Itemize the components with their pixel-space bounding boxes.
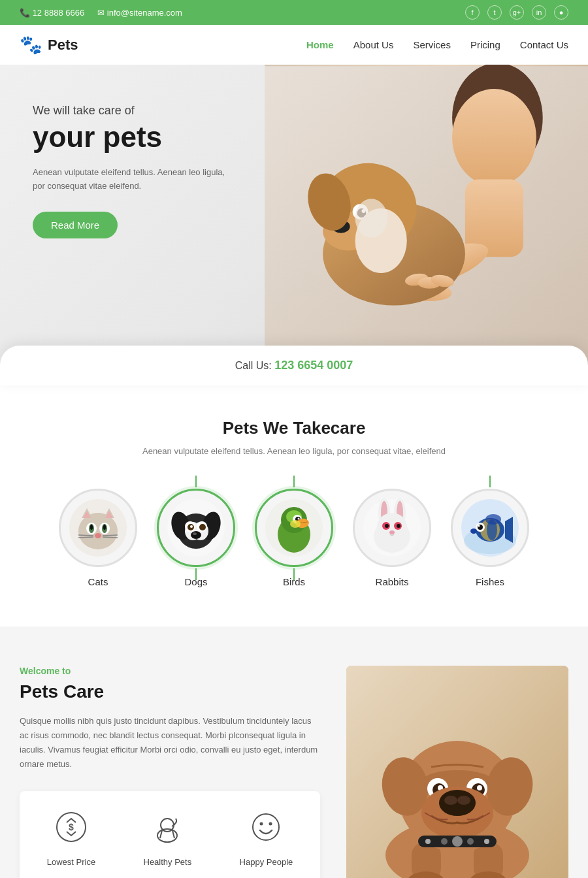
hero-bg-image [265, 65, 588, 365]
pets-section-title: Pets We Takecare [20, 418, 568, 438]
feature-happy-people: Happy People [240, 811, 293, 867]
social-links: f t g+ in ● [465, 5, 568, 20]
pets-grid: Cats [20, 489, 568, 587]
hero-title: your pets [33, 122, 281, 153]
svg-point-30 [103, 525, 106, 530]
svg-point-29 [90, 525, 93, 530]
pets-section-desc: Aenean vulputate eleifend tellus. Aenean… [20, 446, 568, 456]
svg-point-47 [191, 531, 201, 539]
feature-healthy-pets: Healthy Pets [144, 811, 192, 867]
svg-line-34 [103, 535, 118, 536]
welcome-section: Welcome to Pets Care Quisque mollis nibh… [0, 626, 588, 878]
hero-illustration [265, 65, 588, 365]
pet-line-top-fishes [489, 476, 491, 487]
linkedin-icon[interactable]: in [532, 5, 546, 20]
svg-point-112 [477, 785, 482, 790]
pet-name-fishes: Fishes [476, 576, 504, 587]
svg-point-80 [485, 514, 501, 525]
email-info: ✉ info@sitename.com [97, 8, 182, 18]
cat-illustration [69, 498, 127, 557]
phone-info: 📞 12 8888 6666 [20, 8, 84, 18]
pet-item-fishes[interactable]: Fishes [451, 489, 529, 587]
svg-text:$: $ [69, 822, 74, 832]
rabbit-illustration [363, 498, 421, 557]
pet-circle-rabbits [353, 489, 431, 567]
features-box: $ Lowest Price Healthy Pets [20, 791, 320, 878]
nav-home[interactable]: Home [306, 39, 334, 50]
svg-point-15 [355, 199, 388, 237]
facebook-icon[interactable]: f [465, 5, 480, 20]
lowest-price-label: Lowest Price [47, 857, 95, 867]
callus-label: Call Us: [235, 360, 272, 371]
pet-line-top-dogs [195, 476, 197, 487]
fish-illustration [461, 498, 519, 557]
phone-icon: 📞 [20, 8, 30, 18]
pet-circle-wrap-rabbits [353, 489, 431, 567]
pet-circle-wrap-fishes [451, 489, 529, 567]
pet-circle-birds [255, 489, 333, 567]
svg-line-32 [78, 535, 93, 536]
pet-name-rabbits: Rabbits [376, 576, 409, 587]
welcome-content: Welcome to Pets Care Quisque mollis nibh… [20, 666, 320, 878]
pet-circle-wrap-cats [59, 489, 137, 567]
lowest-price-icon: $ [55, 811, 88, 849]
hero-image [265, 65, 588, 365]
nav-pricing[interactable]: Pricing [470, 39, 500, 50]
svg-point-120 [467, 838, 474, 845]
svg-point-48 [193, 532, 197, 535]
pet-circle-dogs [157, 489, 235, 567]
svg-point-67 [385, 524, 389, 528]
svg-point-65 [377, 513, 407, 542]
svg-point-81 [470, 528, 477, 534]
nav-contact[interactable]: Contact Us [520, 39, 568, 50]
svg-point-116 [457, 796, 470, 805]
logo[interactable]: 🐾 Pets [20, 34, 78, 56]
svg-point-46 [190, 525, 193, 528]
bulldog-illustration [346, 666, 568, 878]
svg-point-114 [439, 790, 476, 816]
svg-point-20 [78, 513, 118, 549]
top-bar: 📞 12 8888 6666 ✉ info@sitename.com f t g… [0, 0, 588, 25]
svg-point-122 [484, 839, 489, 844]
svg-point-31 [95, 533, 101, 538]
svg-point-70 [389, 530, 395, 534]
svg-point-45 [199, 524, 206, 530]
pet-line-bottom-birds [293, 568, 295, 580]
healthy-pets-icon [151, 811, 184, 849]
welcome-desc: Quisque mollis nibh quis justo tincidunt… [20, 714, 320, 772]
hero-content: We will take care of your pets Aenean vu… [33, 104, 281, 238]
pet-item-cats[interactable]: Cats [59, 489, 137, 587]
read-more-button[interactable]: Read More [33, 212, 118, 238]
feature-lowest-price: $ Lowest Price [47, 811, 95, 867]
svg-point-115 [444, 796, 457, 805]
hero-desc: Aenean vulputate eleifend tellus. Aenean… [33, 166, 229, 193]
welcome-dog-image [346, 666, 568, 878]
pets-section: Pets We Takecare Aenean vulputate eleife… [0, 385, 588, 626]
callus-bar: Call Us: 123 6654 0007 [0, 346, 588, 385]
globe-icon[interactable]: ● [554, 5, 568, 20]
pet-line-top-birds [293, 476, 295, 487]
pet-item-dogs[interactable]: Dogs [157, 489, 235, 587]
svg-point-55 [298, 518, 300, 520]
pet-item-rabbits[interactable]: Rabbits [353, 489, 431, 587]
happy-people-icon [250, 811, 282, 849]
welcome-title: Pets Care [20, 681, 320, 702]
googleplus-icon[interactable]: g+ [510, 5, 524, 20]
dog-illustration [167, 498, 225, 557]
pet-item-birds[interactable]: Birds [255, 489, 333, 587]
pet-circle-wrap-birds [255, 489, 333, 567]
svg-point-58 [290, 520, 301, 528]
callus-phone[interactable]: 123 6654 0007 [274, 359, 353, 372]
svg-point-118 [452, 836, 463, 847]
bird-illustration [265, 498, 323, 557]
nav-about[interactable]: About Us [353, 39, 394, 50]
twitter-icon[interactable]: t [487, 5, 502, 20]
pet-name-cats: Cats [88, 576, 108, 587]
svg-point-2 [452, 89, 536, 186]
svg-point-121 [425, 839, 431, 844]
svg-line-33 [78, 537, 93, 538]
svg-point-79 [478, 525, 480, 527]
nav-services[interactable]: Services [413, 39, 451, 50]
header: 🐾 Pets Home About Us Services Pricing Co… [0, 25, 588, 65]
top-bar-contact: 📞 12 8888 6666 ✉ info@sitename.com [20, 8, 182, 18]
